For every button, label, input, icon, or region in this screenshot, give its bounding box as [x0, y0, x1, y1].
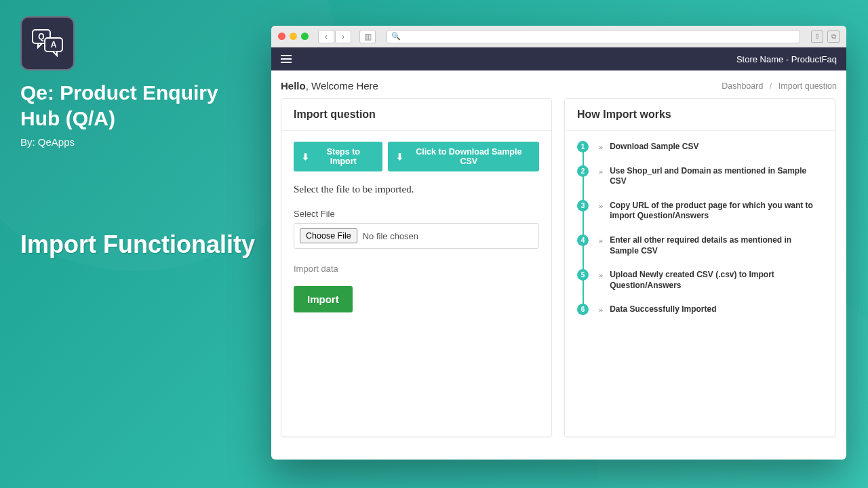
download-sample-button[interactable]: ⬇ Click to Download Sample CSV	[388, 142, 539, 171]
tabs-icon[interactable]: ⧉	[827, 30, 840, 43]
chevron-right-icon: »	[599, 167, 603, 176]
import-card: Import question ⬇ Steps to Import ⬇ Clic…	[281, 98, 552, 437]
browser-window: ‹ › ▥ 🔍 ⇧ ⧉ Store Name - ProductFaq Hell…	[271, 26, 846, 460]
import-card-title: Import question	[281, 99, 551, 131]
list-item: 5»Upload Newly created CSV (.csv) to Imp…	[599, 270, 823, 291]
chevron-right-icon: »	[599, 237, 603, 245]
list-item: 4»Enter all other required details as me…	[599, 235, 823, 256]
share-icon[interactable]: ⇧	[811, 30, 823, 43]
svg-text:Q: Q	[38, 32, 44, 41]
sidebar-toggle-icon[interactable]: ▥	[359, 30, 376, 43]
store-name: Store Name - ProductFaq	[736, 54, 837, 64]
download-icon: ⬇	[396, 152, 403, 162]
chevron-right-icon: »	[599, 202, 603, 210]
search-icon: 🔍	[391, 32, 401, 41]
list-item: 1»Download Sample CSV	[599, 142, 823, 152]
minimize-icon[interactable]	[290, 33, 297, 40]
browser-chrome: ‹ › ▥ 🔍 ⇧ ⧉	[271, 26, 846, 47]
steps-to-import-button[interactable]: ⬇ Steps to Import	[294, 142, 382, 171]
how-import-card: How Import works 1»Download Sample CSV 2…	[564, 98, 835, 437]
select-file-heading: Select the file to be imported.	[294, 184, 539, 195]
list-item: 6»Data Successfully Imported	[599, 304, 823, 315]
download-icon: ⬇	[302, 152, 309, 162]
list-item: 3»Copy URL of the product page for which…	[599, 201, 823, 222]
window-controls	[278, 33, 309, 40]
back-button[interactable]: ‹	[318, 30, 334, 43]
app-logo: Q A	[20, 16, 75, 70]
file-status: No file chosen	[363, 231, 418, 241]
select-file-label: Select File	[294, 209, 539, 219]
maximize-icon[interactable]	[301, 33, 309, 40]
chevron-right-icon: »	[599, 306, 603, 314]
breadcrumb-dashboard[interactable]: Dashboard	[722, 81, 763, 91]
app-topbar: Store Name - ProductFaq	[271, 47, 846, 70]
choose-file-button[interactable]: Choose File	[300, 228, 357, 243]
promo-panel: Q A Qe: Product Enquiry Hub (Q/A) By: Qe…	[20, 16, 251, 148]
greeting: Hello, Welcome Here	[281, 80, 378, 92]
app-title: Qe: Product Enquiry Hub (Q/A)	[20, 80, 251, 131]
address-bar[interactable]: 🔍	[387, 30, 800, 43]
close-icon[interactable]	[278, 33, 285, 40]
chevron-right-icon: »	[599, 143, 603, 151]
page-heading: Import Functionality	[20, 230, 255, 259]
how-import-title: How Import works	[565, 99, 835, 131]
svg-text:A: A	[51, 40, 57, 49]
import-helper-text: Import data	[294, 264, 539, 274]
chevron-right-icon: »	[599, 271, 603, 279]
forward-button[interactable]: ›	[335, 30, 351, 43]
file-input[interactable]: Choose File No file chosen	[294, 223, 539, 249]
app-by: By: QeApps	[20, 136, 251, 148]
breadcrumb-current: Import question	[778, 81, 837, 91]
breadcrumb: Dashboard / Import question	[722, 81, 837, 91]
list-item: 2»Use Shop_url and Domain as mentioned i…	[599, 166, 823, 187]
import-button[interactable]: Import	[294, 286, 353, 312]
import-steps-list: 1»Download Sample CSV 2»Use Shop_url and…	[577, 142, 823, 315]
menu-icon[interactable]	[281, 53, 292, 65]
